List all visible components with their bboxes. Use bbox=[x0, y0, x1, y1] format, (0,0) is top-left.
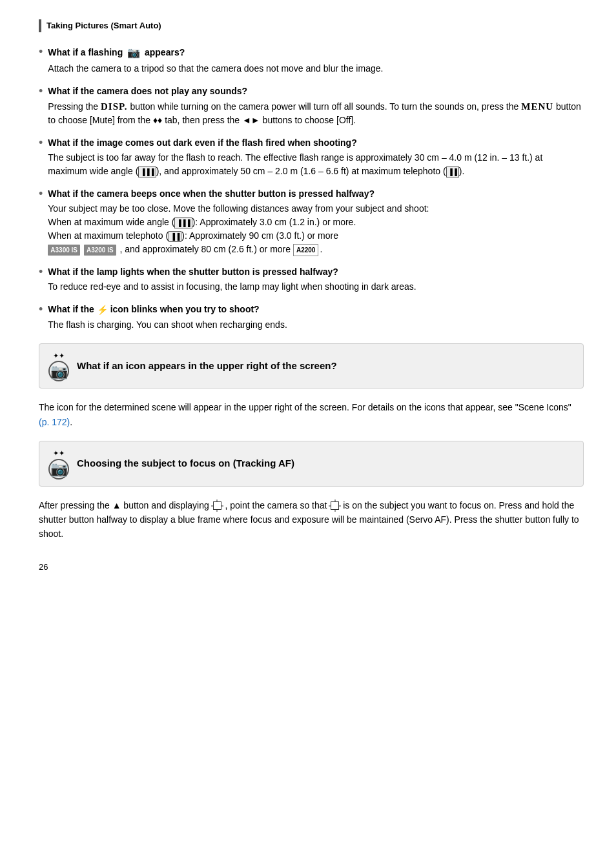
sparkle-icon: ✦✦ bbox=[53, 350, 65, 361]
sparkle-icon-2: ✦✦ bbox=[53, 448, 65, 459]
bullet-title: What if the lamp lights when the shutter… bbox=[48, 265, 584, 279]
wide-angle-icon: ▐▐▐ bbox=[174, 217, 192, 228]
bullet-content: What if the camera beeps once when the s… bbox=[48, 187, 584, 256]
list-item: • What if the camera beeps once when the… bbox=[39, 187, 584, 256]
bullet-content: What if a flashing 📷 appears? Attach the… bbox=[48, 45, 584, 76]
section-box-icon-appears: ✦✦ 📷 What if an icon appears in the uppe… bbox=[39, 343, 584, 389]
section-box-title: What if an icon appears in the upper rig… bbox=[77, 359, 337, 374]
bullet-dot: • bbox=[39, 265, 43, 279]
bullet-dot: • bbox=[39, 45, 43, 59]
bullet-content: What if the image comes out dark even if… bbox=[48, 136, 584, 178]
bullet-content: What if the ⚡ icon blinks when you try t… bbox=[48, 303, 584, 332]
list-item: • What if the lamp lights when the shutt… bbox=[39, 265, 584, 294]
disp-label: DISP. bbox=[101, 101, 128, 112]
bullet-dot: • bbox=[39, 187, 43, 201]
tab-icon: ♦♦ bbox=[153, 115, 162, 125]
flash-icon: ⚡ bbox=[97, 305, 108, 315]
bullet-dot: • bbox=[39, 302, 43, 317]
tip-icon: ✦✦ 📷 bbox=[48, 350, 69, 382]
bullet-dot: • bbox=[39, 84, 43, 99]
tip-icon-2: ✦✦ 📷 bbox=[48, 448, 69, 479]
bullet-body: Your subject may be too close. Move the … bbox=[48, 202, 584, 256]
bullet-body: Attach the camera to a tripod so that th… bbox=[48, 62, 584, 76]
bullet-title: What if the ⚡ icon blinks when you try t… bbox=[48, 303, 584, 317]
bullet-list: • What if a flashing 📷 appears? Attach t… bbox=[39, 45, 584, 332]
menu-label: MENU bbox=[521, 101, 553, 112]
crosshair-small-2 bbox=[331, 501, 339, 510]
a3200is-badge: A3200 IS bbox=[84, 245, 116, 256]
a2200-badge: A2200 bbox=[293, 244, 318, 256]
bullet-body: The subject is too far away for the flas… bbox=[48, 151, 584, 178]
camera-face-icon-2: 📷 bbox=[48, 459, 69, 479]
tele-icon: ▐▐ bbox=[446, 167, 459, 177]
bullet-body: To reduce red-eye and to assist in focus… bbox=[48, 280, 584, 294]
box1-body: The icon for the determined scene will a… bbox=[39, 400, 584, 429]
section-box-tracking-af: ✦✦ 📷 Choosing the subject to focus on (T… bbox=[39, 441, 584, 487]
crosshair-small-1 bbox=[213, 501, 221, 510]
list-item: • What if the image comes out dark even … bbox=[39, 136, 584, 178]
lr-arrows-icon: ◄► bbox=[242, 115, 260, 125]
wide-angle-icon: ▐▐▐ bbox=[138, 167, 156, 177]
bullet-content: What if the lamp lights when the shutter… bbox=[48, 265, 584, 294]
tele-icon-telephoto: ▐▐ bbox=[169, 231, 181, 242]
list-item: • What if a flashing 📷 appears? Attach t… bbox=[39, 45, 584, 76]
scene-icons-link: (p. 172) bbox=[39, 417, 70, 427]
handshake-icon: 📷 bbox=[127, 45, 140, 61]
bullet-content: What if the camera does not play any sou… bbox=[48, 85, 584, 128]
bullet-dot: • bbox=[39, 136, 43, 150]
header-title: Taking Pictures (Smart Auto) bbox=[46, 21, 161, 30]
up-arrow-icon: ▲ bbox=[112, 500, 121, 510]
list-item: • What if the ⚡ icon blinks when you try… bbox=[39, 303, 584, 332]
page-number: 26 bbox=[39, 561, 584, 574]
camera-face-icon: 📷 bbox=[48, 361, 69, 381]
bullet-body: Pressing the DISP. button while turning … bbox=[48, 99, 584, 128]
bullet-title: What if the image comes out dark even if… bbox=[48, 136, 584, 150]
box2-body: After pressing the ▲ button and displayi… bbox=[39, 498, 584, 541]
bullet-title: What if the camera does not play any sou… bbox=[48, 85, 584, 98]
a3300is-badge: A3300 IS bbox=[48, 245, 80, 256]
list-item: • What if the camera does not play any s… bbox=[39, 85, 584, 128]
page-header: Taking Pictures (Smart Auto) bbox=[39, 19, 584, 32]
section-box-title-2: Choosing the subject to focus on (Tracki… bbox=[77, 456, 294, 471]
bullet-title: What if a flashing 📷 appears? bbox=[48, 45, 584, 61]
bullet-body: The flash is charging. You can shoot whe… bbox=[48, 318, 584, 332]
bullet-title: What if the camera beeps once when the s… bbox=[48, 187, 584, 201]
